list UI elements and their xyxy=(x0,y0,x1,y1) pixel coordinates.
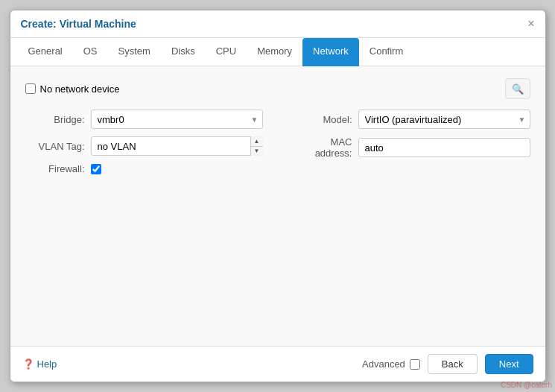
bridge-label: Bridge: xyxy=(25,114,85,125)
mac-label: MAC address: xyxy=(293,136,352,159)
vlan-label: VLAN Tag: xyxy=(25,141,85,152)
search-button[interactable]: 🔍 xyxy=(505,78,530,99)
tab-disks[interactable]: Disks xyxy=(161,38,206,66)
firewall-row: Firewall: xyxy=(25,163,263,174)
model-select[interactable]: VirtIO (paravirtualized) xyxy=(358,110,530,129)
firewall-checkbox[interactable] xyxy=(91,164,101,174)
mac-input[interactable] xyxy=(358,138,530,157)
tab-os[interactable]: OS xyxy=(73,38,108,66)
bridge-row: Bridge: vmbr0 ▼ xyxy=(25,110,263,129)
watermark: CSDN @caterh xyxy=(501,381,552,389)
tab-confirm[interactable]: Confirm xyxy=(359,38,414,66)
vlan-spin-wrapper: ▲ ▼ xyxy=(91,136,263,156)
vlan-spin-arrows: ▲ ▼ xyxy=(250,136,263,156)
footer-left: ❓ Help xyxy=(22,358,57,370)
vlan-input[interactable] xyxy=(91,136,263,156)
tab-network[interactable]: Network xyxy=(302,38,359,66)
tab-cpu[interactable]: CPU xyxy=(206,38,247,66)
close-button[interactable]: × xyxy=(527,18,534,30)
create-vm-dialog: Create: Virtual Machine × General OS Sys… xyxy=(10,10,546,382)
vlan-spin-down[interactable]: ▼ xyxy=(251,147,263,157)
model-label: Model: xyxy=(293,114,352,125)
tab-bar: General OS System Disks CPU Memory Netwo… xyxy=(10,38,545,66)
model-select-wrapper: VirtIO (paravirtualized) ▼ xyxy=(358,110,530,129)
firewall-label: Firewall: xyxy=(25,163,85,174)
back-button[interactable]: Back xyxy=(428,354,478,374)
no-network-checkbox[interactable] xyxy=(25,83,36,94)
main-content: No network device 🔍 Bridge: vmbr0 ▼ xyxy=(10,66,545,346)
no-network-row: No network device 🔍 xyxy=(25,78,530,99)
form-col-left: Bridge: vmbr0 ▼ VLAN Tag: ▲ ▼ xyxy=(25,110,263,182)
dialog-title-bar: Create: Virtual Machine × xyxy=(10,10,545,38)
vlan-row: VLAN Tag: ▲ ▼ xyxy=(25,136,263,156)
search-icon: 🔍 xyxy=(512,83,524,95)
advanced-row: Advanced xyxy=(362,358,420,370)
tab-memory[interactable]: Memory xyxy=(247,38,302,66)
tab-general[interactable]: General xyxy=(18,38,73,66)
next-button[interactable]: Next xyxy=(485,354,533,374)
footer-right: Advanced Back Next xyxy=(362,354,533,374)
dialog-footer: ❓ Help Advanced Back Next xyxy=(10,346,545,382)
help-button[interactable]: ❓ Help xyxy=(22,358,57,370)
no-network-label: No network device xyxy=(40,83,120,95)
dialog-title: Create: Virtual Machine xyxy=(21,18,136,30)
bridge-select[interactable]: vmbr0 xyxy=(91,110,263,129)
vlan-spin-up[interactable]: ▲ xyxy=(251,136,263,147)
form-section: Bridge: vmbr0 ▼ VLAN Tag: ▲ ▼ xyxy=(25,110,530,182)
no-network-left: No network device xyxy=(25,83,120,95)
bridge-select-wrapper: vmbr0 ▼ xyxy=(91,110,263,129)
help-icon: ❓ xyxy=(22,358,34,370)
help-label: Help xyxy=(37,358,57,370)
advanced-checkbox[interactable] xyxy=(410,359,420,370)
tab-system[interactable]: System xyxy=(108,38,161,66)
model-row: Model: VirtIO (paravirtualized) ▼ xyxy=(293,110,530,129)
mac-row: MAC address: xyxy=(293,136,530,159)
form-col-right: Model: VirtIO (paravirtualized) ▼ MAC ad… xyxy=(293,110,530,182)
advanced-label: Advanced xyxy=(362,358,405,370)
